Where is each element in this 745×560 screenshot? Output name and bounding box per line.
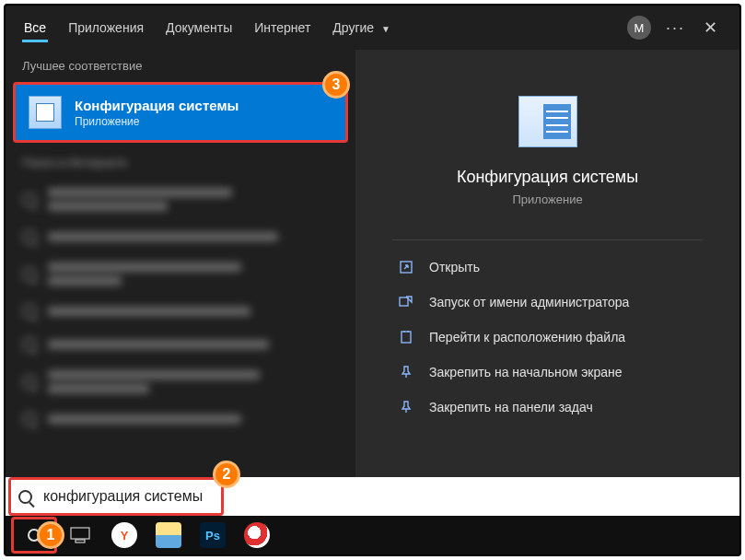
action-open-label: Открыть: [429, 260, 480, 274]
svg-rect-2: [402, 332, 411, 343]
annotation-marker-3: 3: [322, 71, 350, 99]
taskbar-photoshop[interactable]: Ps: [192, 517, 234, 554]
folder-icon: [398, 329, 414, 345]
taskbar-app[interactable]: [236, 517, 278, 554]
results-panel: Лучшее соответствие Конфигурация системы…: [6, 50, 355, 516]
annotation-marker-2: 2: [213, 461, 240, 488]
svg-rect-3: [71, 528, 89, 539]
search-icon: [18, 490, 32, 504]
best-match-subtitle: Приложение: [75, 115, 239, 128]
chevron-down-icon: ▼: [381, 24, 390, 34]
taskbar-explorer[interactable]: [147, 517, 190, 554]
best-match-item[interactable]: Конфигурация системы Приложение 3: [13, 82, 348, 143]
annotation-marker-1: 1: [37, 521, 64, 549]
web-results-blurred: Поиск в Интернете: [6, 145, 355, 447]
pin-taskbar-icon: [398, 399, 414, 415]
action-pin-start-label: Закрепить на начальном экране: [429, 365, 623, 379]
task-view-icon: [70, 527, 90, 543]
action-run-admin-label: Запуск от имени администратора: [429, 295, 629, 309]
action-pin-start[interactable]: Закрепить на начальном экране: [392, 355, 703, 390]
svg-rect-4: [76, 540, 85, 542]
taskbar-yandex[interactable]: Y: [103, 517, 146, 554]
best-match-title: Конфигурация системы: [75, 98, 239, 113]
taskbar: Y Ps: [6, 516, 739, 554]
action-file-location[interactable]: Перейти к расположению файла: [392, 320, 703, 355]
details-panel: Конфигурация системы Приложение Открыть …: [355, 50, 739, 516]
search-box[interactable]: [6, 477, 739, 516]
taskbar-task-view[interactable]: [59, 517, 101, 554]
tab-more[interactable]: Другие ▼: [321, 7, 402, 48]
action-pin-taskbar[interactable]: Закрепить на панели задач: [392, 390, 703, 425]
msconfig-icon: [29, 96, 62, 129]
app-icon-large: [518, 96, 577, 147]
divider: [392, 239, 703, 240]
app-icon: [244, 522, 270, 548]
user-avatar[interactable]: M: [627, 16, 651, 40]
search-content: Лучшее соответствие Конфигурация системы…: [6, 50, 739, 516]
search-input[interactable]: [43, 488, 727, 505]
tab-all[interactable]: Все: [13, 7, 57, 48]
search-tabs: Все Приложения Документы Интернет Другие…: [6, 6, 739, 50]
tab-web[interactable]: Интернет: [243, 7, 321, 48]
action-list: Открыть Запуск от имени администратора П…: [392, 250, 703, 425]
more-options-icon[interactable]: ···: [666, 18, 685, 38]
admin-icon: [398, 294, 414, 310]
action-run-admin[interactable]: Запуск от имени администратора: [392, 285, 703, 320]
action-file-location-label: Перейти к расположению файла: [429, 330, 625, 344]
action-pin-taskbar-label: Закрепить на панели задач: [429, 400, 593, 414]
open-icon: [398, 259, 414, 275]
search-panel: Все Приложения Документы Интернет Другие…: [6, 6, 739, 516]
details-subtitle: Приложение: [512, 192, 582, 206]
svg-rect-1: [400, 298, 408, 306]
file-explorer-icon: [156, 522, 181, 548]
details-title: Конфигурация системы: [457, 168, 638, 187]
yandex-icon: Y: [111, 522, 137, 548]
tab-apps[interactable]: Приложения: [57, 7, 155, 48]
pin-start-icon: [398, 364, 414, 380]
tab-docs[interactable]: Документы: [155, 7, 243, 48]
close-icon[interactable]: ✕: [700, 18, 721, 38]
action-open[interactable]: Открыть: [392, 250, 703, 285]
tab-more-label: Другие: [332, 20, 374, 35]
photoshop-icon: Ps: [200, 522, 226, 548]
windows-search-window: Все Приложения Документы Интернет Другие…: [4, 4, 741, 556]
best-match-header: Лучшее соответствие: [6, 50, 355, 80]
